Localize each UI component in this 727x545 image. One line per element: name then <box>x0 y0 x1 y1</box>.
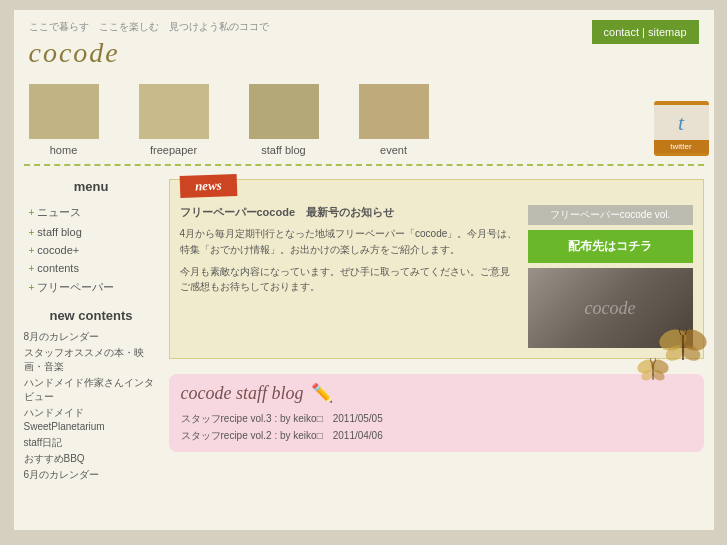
nav-staffblog[interactable]: staff blog <box>249 84 319 156</box>
twitter-badge[interactable]: t twitter <box>654 101 709 156</box>
news-banner: news <box>179 174 236 198</box>
staff-blog-section: cocode staff blog ✏️ スタッフrecipe vol.3 : … <box>169 374 704 452</box>
nav-label-home: home <box>29 144 99 156</box>
bullet-icon: + <box>29 282 35 293</box>
sidebar-item-staffblog[interactable]: + staff blog <box>24 223 159 241</box>
news-box: news フリーペーパーcocode 最新号のお知らせ 4月から毎月定期刊行とな… <box>169 179 704 359</box>
blog-entry-1[interactable]: スタッフrecipe vol.2 : by keiko□ 2011/04/06 <box>181 427 692 444</box>
sidebar-item-cocode-plus[interactable]: + cocode+ <box>24 241 159 259</box>
bullet-icon: + <box>29 263 35 274</box>
pencil-icon: ✏️ <box>311 382 333 404</box>
news-content: フリーペーパーcocode 最新号のお知らせ 4月から毎月定期刊行となった地域フ… <box>180 205 693 348</box>
header: ここで暮らす ここを楽しむ 見つけよう私のココで cocode contact … <box>14 10 714 74</box>
twitter-t-icon: t <box>654 105 709 140</box>
new-content-item-1[interactable]: スタッフオススメの本・映画・音楽 <box>24 345 159 375</box>
nav-thumb-staffblog <box>249 84 319 139</box>
nav-thumb-home <box>29 84 99 139</box>
new-content-item-5[interactable]: おすすめBBQ <box>24 451 159 467</box>
news-title: フリーペーパーcocode 最新号のお知らせ <box>180 205 518 220</box>
sidebar-item-label-freepaper: フリーペーパー <box>37 280 114 295</box>
cocode-vol-header: フリーペーパーcocode vol. <box>528 205 693 225</box>
nav-freepaper[interactable]: freepaper <box>139 84 209 156</box>
nav-separator <box>24 164 704 166</box>
nav-home[interactable]: home <box>29 84 99 156</box>
sidebar-menu-title: menu <box>24 179 159 194</box>
new-content-item-6[interactable]: 6月のカレンダー <box>24 467 159 483</box>
news-text: フリーペーパーcocode 最新号のお知らせ 4月から毎月定期刊行となった地域フ… <box>180 205 518 348</box>
sidebar-item-label-contents: contents <box>37 262 79 274</box>
sidebar-item-label-cocode: cocode+ <box>37 244 79 256</box>
cocode-watermark: cocode <box>585 298 636 319</box>
twitter-label: twitter <box>654 140 709 153</box>
sidebar-item-freepaper[interactable]: + フリーペーパー <box>24 277 159 298</box>
news-body2: 今月も素敵な内容になっています。ぜひ手に取ってみてください。ご意見ご感想もお待ち… <box>180 264 518 294</box>
new-content-item-2[interactable]: ハンドメイド作家さんインタビュー <box>24 375 159 405</box>
nav-event[interactable]: event <box>359 84 429 156</box>
sidebar-item-label-staffblog: staff blog <box>37 226 81 238</box>
nav-thumb-freepaper <box>139 84 209 139</box>
main-content: news フリーペーパーcocode 最新号のお知らせ 4月から毎月定期刊行とな… <box>169 174 714 488</box>
new-content-item-0[interactable]: 8月のカレンダー <box>24 329 159 345</box>
blog-entry-0[interactable]: スタッフrecipe vol.3 : by keiko□ 2011/05/05 <box>181 410 692 427</box>
sidebar: menu + ニュース + staff blog + cocode+ + con… <box>14 174 169 488</box>
sidebar-item-contents[interactable]: + contents <box>24 259 159 277</box>
contact-sitemap-button[interactable]: contact | sitemap <box>592 20 699 44</box>
distribution-button[interactable]: 配布先はコチラ <box>528 230 693 263</box>
new-content-item-4[interactable]: staff日記 <box>24 435 159 451</box>
content-area: menu + ニュース + staff blog + cocode+ + con… <box>14 174 714 488</box>
navigation: home freepaper staff blog event t twitte… <box>14 74 714 156</box>
nav-label-freepaper: freepaper <box>139 144 209 156</box>
main-container: ここで暮らす ここを楽しむ 見つけよう私のココで cocode contact … <box>14 10 714 530</box>
bullet-icon: + <box>29 207 35 218</box>
butterfly-decoration-2 <box>633 350 673 393</box>
new-content-item-3[interactable]: ハンドメイドSweetPlanetarium <box>24 405 159 435</box>
staff-blog-label: cocode staff blog <box>181 383 304 404</box>
nav-label-event: event <box>359 144 429 156</box>
butterfly-icon-2 <box>633 350 673 390</box>
staff-blog-title-area: cocode staff blog ✏️ <box>181 382 692 404</box>
sidebar-item-label-news: ニュース <box>37 205 81 220</box>
nav-thumb-event <box>359 84 429 139</box>
new-contents-title: new contents <box>24 308 159 323</box>
bullet-icon: + <box>29 227 35 238</box>
bullet-icon: + <box>29 245 35 256</box>
sidebar-item-news[interactable]: + ニュース <box>24 202 159 223</box>
news-body1: 4月から毎月定期刊行となった地域フリーペーパー「cocode」。今月号は、特集「… <box>180 226 518 258</box>
nav-label-staffblog: staff blog <box>249 144 319 156</box>
